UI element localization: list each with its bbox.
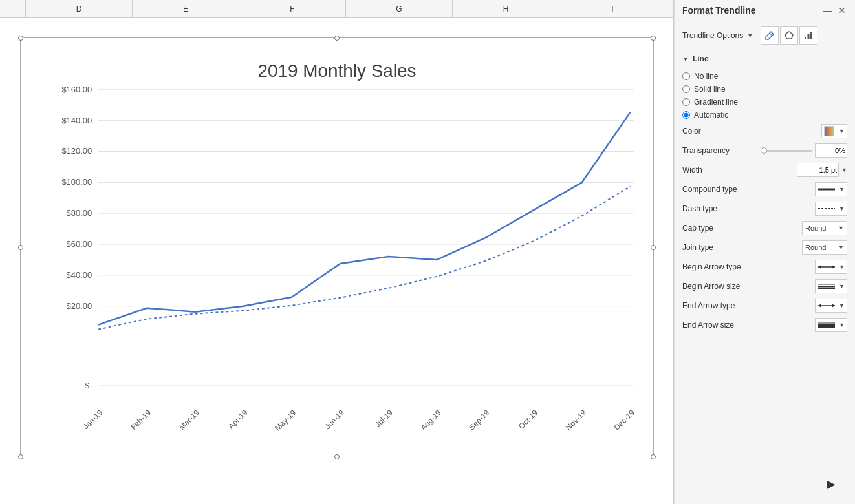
minimize-icon[interactable]: ― bbox=[823, 5, 833, 16]
dash-type-label: Dash type bbox=[682, 204, 815, 213]
close-icon[interactable]: ✕ bbox=[837, 5, 847, 16]
svg-text:May-19: May-19 bbox=[273, 408, 298, 432]
svg-text:2019 Monthly Sales: 2019 Monthly Sales bbox=[257, 61, 416, 81]
col-header-G: G bbox=[346, 0, 453, 17]
svg-text:Nov-19: Nov-19 bbox=[563, 408, 587, 432]
end-arrow-type-icon bbox=[817, 301, 836, 310]
begin-arrow-icon bbox=[817, 262, 836, 271]
svg-marker-45 bbox=[818, 304, 821, 308]
cap-type-label: Cap type bbox=[682, 224, 802, 233]
svg-marker-40 bbox=[832, 265, 835, 269]
line-section-arrow: ▼ bbox=[682, 56, 689, 63]
cursor-icon: ▶ bbox=[827, 477, 836, 491]
line-section-body: No line Solid line Gradient line Automat… bbox=[675, 67, 855, 337]
handle-ml[interactable] bbox=[18, 245, 23, 250]
transparency-slider[interactable] bbox=[761, 150, 812, 152]
tab-shape[interactable] bbox=[780, 26, 798, 45]
col-header-D: D bbox=[26, 0, 133, 17]
join-type-value: Round bbox=[805, 244, 826, 251]
solid-line-label: Solid line bbox=[694, 85, 726, 94]
join-type-chevron: ▼ bbox=[838, 244, 844, 251]
pentagon-icon bbox=[784, 30, 794, 41]
begin-arrow-chevron: ▼ bbox=[839, 264, 845, 270]
svg-text:$-: $- bbox=[84, 381, 92, 390]
svg-text:$160.00: $160.00 bbox=[61, 85, 92, 94]
svg-text:Sep-19: Sep-19 bbox=[467, 408, 491, 432]
begin-arrow-size-row: Begin Arrow size ▼ bbox=[682, 277, 847, 296]
column-headers: D E F G H I bbox=[0, 0, 673, 18]
join-type-dropdown[interactable]: Round ▼ bbox=[802, 240, 847, 255]
svg-text:Jun-19: Jun-19 bbox=[323, 408, 346, 431]
transparency-control bbox=[761, 143, 847, 158]
handle-bl[interactable] bbox=[18, 454, 23, 459]
transparency-thumb[interactable] bbox=[761, 147, 767, 154]
col-header-E: E bbox=[133, 0, 239, 17]
no-line-row: No line bbox=[682, 70, 847, 83]
chart-wrapper[interactable]: 2019 Monthly Sales $160.00 $140.00 $120.… bbox=[20, 37, 654, 457]
tab-paint[interactable] bbox=[761, 26, 779, 45]
line-section-header[interactable]: ▼ Line bbox=[675, 50, 855, 67]
solid-line-radio[interactable] bbox=[682, 85, 690, 93]
color-dropdown[interactable]: ▼ bbox=[821, 124, 847, 138]
tab-bar[interactable] bbox=[799, 26, 817, 45]
panel-title: Format Trendline bbox=[682, 5, 756, 16]
handle-br[interactable] bbox=[651, 454, 656, 459]
panel-header-icons: ― ✕ bbox=[823, 5, 847, 16]
col-header-F: F bbox=[239, 0, 346, 17]
panel-header: Format Trendline ― ✕ bbox=[675, 0, 855, 21]
color-label: Color bbox=[682, 127, 821, 136]
begin-arrow-type-label: Begin Arrow type bbox=[682, 262, 815, 271]
compound-type-label: Compound type bbox=[682, 185, 815, 194]
handle-tr[interactable] bbox=[651, 36, 656, 41]
width-control: ▼ bbox=[797, 163, 847, 177]
compound-chevron: ▼ bbox=[839, 186, 845, 193]
handle-mr[interactable] bbox=[651, 245, 656, 250]
dash-type-row: Dash type ▼ bbox=[682, 199, 847, 218]
dash-type-dropdown[interactable]: ▼ bbox=[815, 202, 847, 216]
cap-type-dropdown[interactable]: Round ▼ bbox=[802, 221, 847, 235]
trendline-options-button[interactable]: Trendline Options ▼ bbox=[682, 31, 753, 40]
panel-scroll[interactable]: ▼ Line No line Solid line Gradient line … bbox=[675, 50, 855, 478]
begin-arrow-type-dropdown[interactable]: ▼ bbox=[815, 260, 847, 274]
handle-bc[interactable] bbox=[334, 454, 340, 459]
panel-footer: ▶ bbox=[675, 478, 855, 504]
svg-rect-34 bbox=[808, 34, 810, 39]
automatic-row: Automatic bbox=[682, 109, 847, 121]
line-section-label: Line bbox=[693, 54, 709, 63]
gradient-line-radio[interactable] bbox=[682, 98, 690, 106]
bar-chart-icon bbox=[803, 30, 814, 41]
width-input[interactable] bbox=[797, 163, 839, 177]
col-header-I: I bbox=[559, 0, 666, 17]
transparency-row: Transparency bbox=[682, 141, 847, 160]
no-line-radio[interactable] bbox=[682, 72, 690, 80]
svg-rect-35 bbox=[810, 32, 812, 39]
handle-tc[interactable] bbox=[334, 36, 340, 41]
svg-text:$100.00: $100.00 bbox=[61, 177, 92, 187]
begin-arrow-size-icon bbox=[817, 282, 836, 291]
automatic-radio[interactable] bbox=[682, 111, 690, 119]
end-arrow-type-dropdown[interactable]: ▼ bbox=[815, 299, 847, 313]
end-arrow-type-row: End Arrow type ▼ bbox=[682, 296, 847, 315]
svg-text:Dec-19: Dec-19 bbox=[612, 408, 636, 432]
svg-text:$60.00: $60.00 bbox=[66, 239, 92, 249]
begin-arrow-size-dropdown[interactable]: ▼ bbox=[815, 279, 847, 293]
end-arrow-size-row: End Arrow size ▼ bbox=[682, 315, 847, 335]
trendline-options-label: Trendline Options bbox=[682, 31, 743, 40]
color-control: ▼ bbox=[821, 124, 847, 138]
compound-type-dropdown[interactable]: ▼ bbox=[815, 182, 847, 196]
begin-arrow-type-row: Begin Arrow type ▼ bbox=[682, 257, 847, 277]
transparency-input[interactable] bbox=[815, 143, 847, 158]
join-type-label: Join type bbox=[682, 243, 802, 252]
svg-text:Oct-19: Oct-19 bbox=[516, 408, 539, 431]
svg-text:Jul-19: Jul-19 bbox=[373, 408, 394, 429]
handle-tl[interactable] bbox=[18, 36, 23, 41]
end-arrow-size-dropdown[interactable]: ▼ bbox=[815, 318, 847, 332]
svg-text:$140.00: $140.00 bbox=[61, 116, 92, 125]
svg-text:$40.00: $40.00 bbox=[66, 270, 92, 280]
trendline-options-chevron: ▼ bbox=[747, 32, 753, 39]
color-chevron: ▼ bbox=[839, 128, 845, 134]
width-row: Width ▼ bbox=[682, 160, 847, 180]
svg-text:$80.00: $80.00 bbox=[66, 208, 92, 218]
spreadsheet-area: D E F G H I 2019 Monthly Sales bbox=[0, 0, 674, 504]
cap-type-value: Round bbox=[805, 224, 826, 232]
